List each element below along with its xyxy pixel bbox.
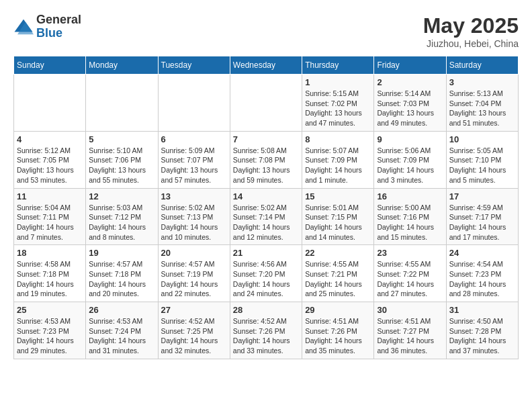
day-info: Sunrise: 5:04 AM Sunset: 7:11 PM Dayligh… bbox=[17, 203, 83, 242]
day-number: 1 bbox=[305, 77, 371, 87]
day-number: 29 bbox=[305, 305, 371, 315]
day-number: 10 bbox=[449, 134, 515, 144]
page-header: General Blue May 2025 Jiuzhou, Hebei, Ch… bbox=[13, 13, 519, 49]
calendar-cell: 19Sunrise: 4:57 AM Sunset: 7:18 PM Dayli… bbox=[86, 245, 158, 302]
weekday-header: Sunday bbox=[14, 56, 86, 75]
calendar-cell: 24Sunrise: 4:54 AM Sunset: 7:23 PM Dayli… bbox=[446, 245, 518, 302]
calendar-cell bbox=[14, 75, 86, 132]
day-number: 25 bbox=[17, 305, 83, 315]
calendar-cell: 4Sunrise: 5:12 AM Sunset: 7:05 PM Daylig… bbox=[14, 131, 86, 188]
day-number: 23 bbox=[377, 248, 443, 258]
day-info: Sunrise: 4:53 AM Sunset: 7:24 PM Dayligh… bbox=[89, 316, 154, 356]
day-info: Sunrise: 5:10 AM Sunset: 7:06 PM Dayligh… bbox=[89, 146, 154, 185]
day-info: Sunrise: 5:14 AM Sunset: 7:03 PM Dayligh… bbox=[377, 89, 443, 128]
calendar-table: SundayMondayTuesdayWednesdayThursdayFrid… bbox=[13, 56, 519, 359]
calendar-cell: 8Sunrise: 5:07 AM Sunset: 7:09 PM Daylig… bbox=[302, 131, 374, 188]
day-info: Sunrise: 4:56 AM Sunset: 7:20 PM Dayligh… bbox=[233, 259, 299, 299]
calendar-cell: 3Sunrise: 5:13 AM Sunset: 7:04 PM Daylig… bbox=[446, 75, 518, 132]
calendar-cell bbox=[86, 75, 158, 132]
day-info: Sunrise: 4:55 AM Sunset: 7:21 PM Dayligh… bbox=[305, 259, 371, 299]
calendar-week-row: 4Sunrise: 5:12 AM Sunset: 7:05 PM Daylig… bbox=[14, 131, 519, 188]
day-info: Sunrise: 5:00 AM Sunset: 7:16 PM Dayligh… bbox=[377, 203, 443, 242]
logo-general: General bbox=[36, 13, 81, 27]
weekday-header: Saturday bbox=[446, 56, 518, 75]
day-info: Sunrise: 4:50 AM Sunset: 7:28 PM Dayligh… bbox=[449, 316, 515, 356]
day-number: 6 bbox=[161, 134, 227, 144]
day-info: Sunrise: 5:15 AM Sunset: 7:02 PM Dayligh… bbox=[305, 89, 371, 128]
day-number: 26 bbox=[89, 305, 154, 315]
day-number: 13 bbox=[161, 191, 227, 201]
calendar-cell: 28Sunrise: 4:52 AM Sunset: 7:26 PM Dayli… bbox=[230, 302, 302, 359]
calendar-cell: 22Sunrise: 4:55 AM Sunset: 7:21 PM Dayli… bbox=[302, 245, 374, 302]
day-number: 7 bbox=[233, 134, 299, 144]
day-info: Sunrise: 4:55 AM Sunset: 7:22 PM Dayligh… bbox=[377, 259, 443, 299]
day-number: 16 bbox=[377, 191, 443, 201]
day-number: 24 bbox=[449, 248, 515, 258]
day-number: 20 bbox=[161, 248, 227, 258]
logo-blue: Blue bbox=[36, 27, 81, 40]
calendar-cell: 20Sunrise: 4:57 AM Sunset: 7:19 PM Dayli… bbox=[158, 245, 230, 302]
calendar-week-row: 18Sunrise: 4:58 AM Sunset: 7:18 PM Dayli… bbox=[14, 245, 519, 302]
calendar-cell: 7Sunrise: 5:08 AM Sunset: 7:08 PM Daylig… bbox=[230, 131, 302, 188]
day-info: Sunrise: 4:51 AM Sunset: 7:26 PM Dayligh… bbox=[305, 316, 371, 356]
calendar-cell: 18Sunrise: 4:58 AM Sunset: 7:18 PM Dayli… bbox=[14, 245, 86, 302]
day-number: 3 bbox=[449, 77, 515, 87]
calendar-cell: 23Sunrise: 4:55 AM Sunset: 7:22 PM Dayli… bbox=[374, 245, 446, 302]
calendar-cell: 15Sunrise: 5:01 AM Sunset: 7:15 PM Dayli… bbox=[302, 188, 374, 245]
day-info: Sunrise: 5:02 AM Sunset: 7:13 PM Dayligh… bbox=[161, 203, 227, 242]
day-number: 9 bbox=[377, 134, 443, 144]
day-number: 2 bbox=[377, 77, 443, 87]
day-number: 27 bbox=[161, 305, 227, 315]
calendar-cell bbox=[230, 75, 302, 132]
day-number: 30 bbox=[377, 305, 443, 315]
day-info: Sunrise: 5:12 AM Sunset: 7:05 PM Dayligh… bbox=[17, 146, 83, 185]
day-info: Sunrise: 4:57 AM Sunset: 7:19 PM Dayligh… bbox=[161, 259, 227, 299]
weekday-header: Tuesday bbox=[158, 56, 230, 75]
day-info: Sunrise: 4:59 AM Sunset: 7:17 PM Dayligh… bbox=[449, 203, 515, 242]
calendar-cell bbox=[158, 75, 230, 132]
title-block: May 2025 Jiuzhou, Hebei, China bbox=[423, 13, 519, 49]
location: Jiuzhou, Hebei, China bbox=[423, 38, 519, 49]
day-number: 22 bbox=[305, 248, 371, 258]
day-info: Sunrise: 4:58 AM Sunset: 7:18 PM Dayligh… bbox=[17, 259, 83, 299]
calendar-week-row: 25Sunrise: 4:53 AM Sunset: 7:23 PM Dayli… bbox=[14, 302, 519, 359]
weekday-header: Thursday bbox=[302, 56, 374, 75]
calendar-cell: 10Sunrise: 5:05 AM Sunset: 7:10 PM Dayli… bbox=[446, 131, 518, 188]
day-info: Sunrise: 5:01 AM Sunset: 7:15 PM Dayligh… bbox=[305, 203, 371, 242]
calendar-cell: 11Sunrise: 5:04 AM Sunset: 7:11 PM Dayli… bbox=[14, 188, 86, 245]
calendar-cell: 17Sunrise: 4:59 AM Sunset: 7:17 PM Dayli… bbox=[446, 188, 518, 245]
calendar-cell: 31Sunrise: 4:50 AM Sunset: 7:28 PM Dayli… bbox=[446, 302, 518, 359]
day-number: 11 bbox=[17, 191, 83, 201]
day-number: 15 bbox=[305, 191, 371, 201]
calendar-cell: 29Sunrise: 4:51 AM Sunset: 7:26 PM Dayli… bbox=[302, 302, 374, 359]
calendar-week-row: 1Sunrise: 5:15 AM Sunset: 7:02 PM Daylig… bbox=[14, 75, 519, 132]
weekday-header: Monday bbox=[86, 56, 158, 75]
day-number: 8 bbox=[305, 134, 371, 144]
calendar-cell: 27Sunrise: 4:52 AM Sunset: 7:25 PM Dayli… bbox=[158, 302, 230, 359]
calendar-cell: 26Sunrise: 4:53 AM Sunset: 7:24 PM Dayli… bbox=[86, 302, 158, 359]
day-number: 12 bbox=[89, 191, 154, 201]
day-info: Sunrise: 5:07 AM Sunset: 7:09 PM Dayligh… bbox=[305, 146, 371, 185]
day-info: Sunrise: 4:53 AM Sunset: 7:23 PM Dayligh… bbox=[17, 316, 83, 356]
day-number: 28 bbox=[233, 305, 299, 315]
day-number: 31 bbox=[449, 305, 515, 315]
day-number: 21 bbox=[233, 248, 299, 258]
day-number: 5 bbox=[89, 134, 154, 144]
day-info: Sunrise: 5:13 AM Sunset: 7:04 PM Dayligh… bbox=[449, 89, 515, 128]
calendar-cell: 12Sunrise: 5:03 AM Sunset: 7:12 PM Dayli… bbox=[86, 188, 158, 245]
day-info: Sunrise: 5:06 AM Sunset: 7:09 PM Dayligh… bbox=[377, 146, 443, 185]
calendar-cell: 25Sunrise: 4:53 AM Sunset: 7:23 PM Dayli… bbox=[14, 302, 86, 359]
calendar-cell: 5Sunrise: 5:10 AM Sunset: 7:06 PM Daylig… bbox=[86, 131, 158, 188]
day-info: Sunrise: 5:03 AM Sunset: 7:12 PM Dayligh… bbox=[89, 203, 154, 242]
calendar-cell: 21Sunrise: 4:56 AM Sunset: 7:20 PM Dayli… bbox=[230, 245, 302, 302]
day-info: Sunrise: 5:08 AM Sunset: 7:08 PM Dayligh… bbox=[233, 146, 299, 185]
weekday-header: Friday bbox=[374, 56, 446, 75]
calendar-cell: 1Sunrise: 5:15 AM Sunset: 7:02 PM Daylig… bbox=[302, 75, 374, 132]
calendar-cell: 9Sunrise: 5:06 AM Sunset: 7:09 PM Daylig… bbox=[374, 131, 446, 188]
day-number: 14 bbox=[233, 191, 299, 201]
weekday-header: Wednesday bbox=[230, 56, 302, 75]
day-info: Sunrise: 4:57 AM Sunset: 7:18 PM Dayligh… bbox=[89, 259, 154, 299]
day-info: Sunrise: 5:02 AM Sunset: 7:14 PM Dayligh… bbox=[233, 203, 299, 242]
calendar-cell: 30Sunrise: 4:51 AM Sunset: 7:27 PM Dayli… bbox=[374, 302, 446, 359]
day-info: Sunrise: 4:52 AM Sunset: 7:25 PM Dayligh… bbox=[161, 316, 227, 356]
